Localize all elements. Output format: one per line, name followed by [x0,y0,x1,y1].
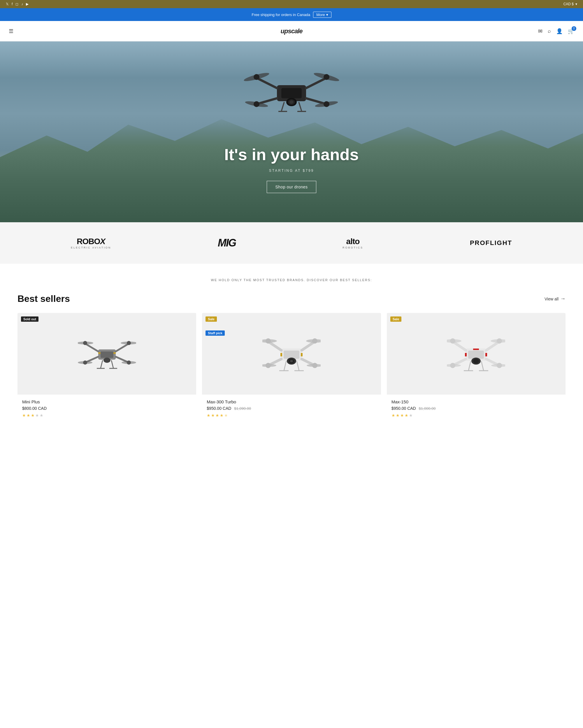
badge-sale-2: Sale [205,316,217,322]
account-icon[interactable]: 👤 [556,28,563,34]
svg-point-4 [289,100,294,104]
vimeo-icon[interactable]: ▶ [26,2,29,6]
svg-point-79 [450,363,455,368]
svg-rect-81 [465,353,467,357]
svg-point-68 [473,359,479,363]
currency-selector[interactable]: CAD $ ▾ [563,2,577,6]
section-header: Best sellers View all → [18,293,565,304]
svg-point-56 [312,338,317,344]
header-right: ✉ ⌕ 👤 🛒 0 [538,28,574,34]
product-card-max150[interactable]: Sale [387,313,565,422]
brands-bar: ROBOX ELECTRIC AVIATION MIG alto ROBOTIC… [0,222,583,264]
badge-sold-out: Sold out [21,316,38,322]
product-info-1: Mini Plus $800.00 CAD ★ ★ ★ ★ ★ [18,395,196,422]
search-icon[interactable]: ⌕ [548,28,551,34]
svg-point-34 [83,361,87,365]
product-price-3: $950.00 CAD $1,000.00 [391,406,561,411]
svg-point-58 [312,363,317,368]
currency-chevron: ▾ [576,2,577,6]
svg-point-23 [104,358,110,363]
product-price-1: $800.00 CAD [22,406,192,411]
svg-line-69 [453,341,466,350]
more-button[interactable]: More ▾ [313,12,331,18]
svg-point-46 [290,360,293,362]
svg-line-47 [268,341,281,350]
brand-proflight[interactable]: PROFLIGHT [470,239,512,247]
hero-section: It's in your hands STARTING AT $799 Shop… [0,42,583,222]
tiktok-icon[interactable]: ♪ [21,2,23,6]
svg-line-5 [256,78,277,88]
site-logo[interactable]: upscale [281,27,303,35]
header-left: ☰ [9,28,13,34]
product-stars-3: ★ ★ ★ ★ ★ [391,413,561,418]
hero-subtitle: STARTING AT $799 [224,168,359,173]
product-original-price-3: $1,000.00 [419,406,436,411]
brand-mig[interactable]: MIG [218,237,236,249]
view-all-arrow-icon: → [560,296,565,302]
cart-icon[interactable]: 🛒 0 [568,28,574,34]
svg-point-13 [254,74,259,80]
svg-rect-43 [284,350,299,359]
brand-robox[interactable]: ROBOX ELECTRIC AVIATION [71,237,111,249]
product-stars-2: ★ ★ ★ ★ ★ [207,413,376,418]
hero-drone-image [236,59,347,123]
svg-line-17 [281,102,284,111]
svg-rect-1 [281,88,302,98]
svg-rect-83 [473,348,479,350]
section-intro: WE HOLD ONLY THE MOST TRUSTED BRANDS. DI… [18,278,565,282]
email-icon[interactable]: ✉ [538,28,543,34]
product-image-wrap-1: Sold out [18,313,196,395]
product-stars-1: ★ ★ ★ ★ ★ [22,413,192,418]
product-card-max300[interactable]: Sale Staff pick [202,313,381,422]
product-name-2: Max-300 Turbo [207,399,376,404]
hero-cta-button[interactable]: Shop our drones [267,181,316,193]
currency-label: CAD $ [563,2,574,6]
hero-content: It's in your hands STARTING AT $799 Shop… [224,145,359,193]
svg-line-37 [111,360,113,368]
product-info-3: Max-150 $950.00 CAD $1,000.00 ★ ★ ★ ★ ★ [387,395,565,422]
announcement-bar: Free shipping for orders in Canada More … [0,8,583,21]
hero-title: It's in your hands [224,145,359,164]
badge-sale-3: Sale [390,316,402,322]
bestsellers-section: WE HOLD ONLY THE MOST TRUSTED BRANDS. DI… [0,264,583,440]
svg-rect-66 [468,350,484,359]
svg-point-15 [254,101,259,107]
svg-line-6 [306,78,327,88]
cart-badge: 0 [572,26,576,31]
more-chevron: ▾ [326,12,328,17]
top-bar: 𝕏 f ◻ ♪ ▶ CAD $ ▾ [0,0,583,8]
product-price-2: $950.00 CAD $1,090.00 [207,406,376,411]
section-title: Best sellers [18,293,70,304]
product-info-2: Max-300 Turbo $950.00 CAD $1,090.00 ★ ★ … [202,395,381,422]
site-header: ☰ upscale ✉ ⌕ 👤 🛒 0 [0,21,583,42]
svg-point-57 [266,363,271,368]
badge-staff-pick: Staff pick [205,331,225,336]
hamburger-icon[interactable]: ☰ [9,28,13,34]
svg-point-33 [127,341,131,345]
facebook-icon[interactable]: f [12,2,12,6]
product-grid: Sold out [18,313,565,422]
svg-rect-41 [113,352,116,354]
svg-line-18 [299,102,302,111]
brand-alto[interactable]: alto ROBOTICS [342,237,363,249]
instagram-icon[interactable]: ◻ [16,2,18,6]
svg-point-77 [450,338,455,344]
svg-line-24 [85,344,98,352]
svg-point-78 [497,338,502,344]
svg-point-80 [497,363,502,368]
view-all-link[interactable]: View all → [545,296,565,302]
twitter-icon[interactable]: 𝕏 [6,2,9,6]
svg-rect-22 [101,352,113,358]
product-card-mini-plus[interactable]: Sold out [18,313,196,422]
svg-line-48 [302,341,315,350]
svg-rect-82 [485,353,487,357]
svg-rect-60 [301,353,303,357]
svg-point-32 [83,341,87,345]
product-name-1: Mini Plus [22,399,192,404]
announcement-text: Free shipping for orders in Canada [252,12,310,17]
svg-line-36 [101,360,103,368]
svg-point-35 [127,361,131,365]
product-image-wrap-2: Sale Staff pick [202,313,381,395]
product-original-price-2: $1,090.00 [234,406,251,411]
svg-line-62 [297,361,299,371]
